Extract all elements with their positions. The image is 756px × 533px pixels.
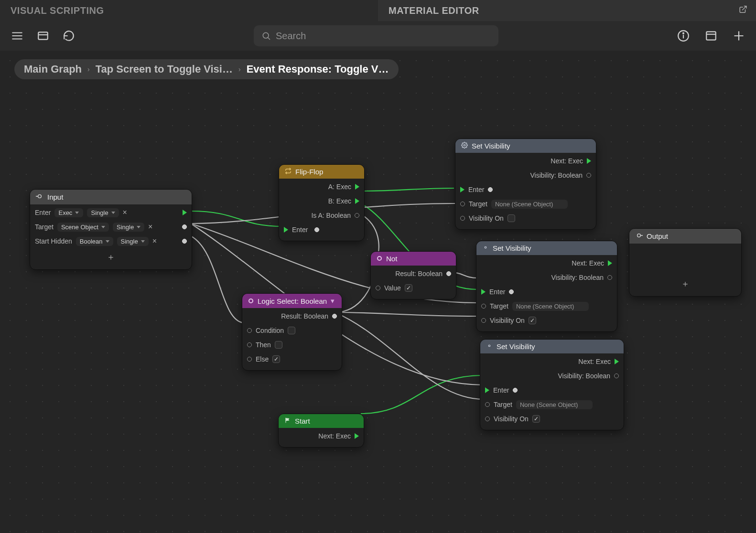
exec-out-pin[interactable] <box>608 260 612 266</box>
node-input[interactable]: Input Enter Exec Single × Target Scene O… <box>30 189 192 270</box>
data-in-pin[interactable] <box>247 357 252 362</box>
menu-icon[interactable] <box>10 28 25 43</box>
flipflop-icon <box>285 168 292 176</box>
port-label: Target <box>490 302 508 310</box>
data-out-pin[interactable] <box>446 271 451 276</box>
exec-in-pin[interactable] <box>481 289 486 295</box>
exec-in-pin[interactable] <box>284 227 288 233</box>
exec-out-pin[interactable] <box>615 359 619 364</box>
add-port-button[interactable]: ＋ <box>35 249 187 265</box>
node-title: Output <box>647 232 668 240</box>
data-indicator <box>513 388 518 393</box>
mode-dropdown[interactable]: Single <box>87 208 119 217</box>
refresh-icon[interactable] <box>61 28 76 43</box>
data-out-pin[interactable] <box>332 314 337 319</box>
checkbox[interactable] <box>275 341 282 349</box>
node-set-visibility-3[interactable]: Set Visibility Next: Exec Visibility: Bo… <box>480 339 624 430</box>
target-field[interactable]: None (Scene Object) <box>516 400 593 409</box>
target-field[interactable]: None (Scene Object) <box>512 302 589 311</box>
toolbar <box>0 21 756 51</box>
window-icon[interactable] <box>703 28 719 43</box>
breadcrumb-seg-1[interactable]: Tap Screen to Toggle Visi… <box>96 63 233 75</box>
chevron-down-icon[interactable]: ▾ <box>331 297 335 305</box>
port-label: Then <box>256 341 271 349</box>
exec-out-pin[interactable] <box>183 210 187 215</box>
node-set-visibility-2[interactable]: Set Visibility Next: Exec Visibility: Bo… <box>476 241 617 332</box>
svg-point-20 <box>485 246 486 248</box>
node-not[interactable]: Not Result: Boolean Value ✓ <box>370 251 456 299</box>
node-set-visibility-1[interactable]: Set Visibility Next: Exec Visibility: Bo… <box>455 139 596 230</box>
data-in-pin[interactable] <box>485 416 490 421</box>
svg-rect-4 <box>38 32 48 39</box>
remove-port-icon[interactable]: × <box>148 223 152 231</box>
data-in-pin[interactable] <box>460 202 465 206</box>
checkbox[interactable] <box>288 327 295 334</box>
mode-dropdown[interactable]: Single <box>117 237 149 246</box>
node-output[interactable]: Output ＋ <box>629 228 742 297</box>
exec-out-pin[interactable] <box>355 184 359 190</box>
data-in-pin[interactable] <box>247 328 252 333</box>
checkbox[interactable]: ✓ <box>405 284 412 292</box>
port-label: Enter <box>493 386 509 394</box>
checkbox[interactable] <box>508 214 515 222</box>
data-out-pin[interactable] <box>182 224 187 229</box>
type-dropdown[interactable]: Scene Object <box>57 223 109 232</box>
data-indicator <box>488 187 493 192</box>
mode-dropdown[interactable]: Single <box>113 223 144 232</box>
remove-port-icon[interactable]: × <box>123 208 127 217</box>
graph-canvas[interactable]: Main Graph › Tap Screen to Toggle Visi… … <box>0 51 756 533</box>
logic-icon <box>377 255 382 263</box>
add-icon[interactable] <box>731 28 746 43</box>
info-icon[interactable] <box>676 28 691 43</box>
node-logic-select[interactable]: Logic Select: Boolean ▾ Result: Boolean … <box>242 293 342 371</box>
port-label: Start Hidden <box>35 237 72 245</box>
tab-visual-scripting[interactable]: VISUAL SCRIPTING <box>0 0 378 21</box>
checkbox[interactable]: ✓ <box>532 415 540 423</box>
data-in-pin[interactable] <box>247 342 252 347</box>
data-in-pin[interactable] <box>460 216 465 221</box>
popout-icon[interactable] <box>739 5 747 16</box>
port-label: Visibility On <box>490 317 525 324</box>
exec-out-pin[interactable] <box>355 198 359 204</box>
target-field[interactable]: None (Scene Object) <box>491 200 568 209</box>
tab-label: VISUAL SCRIPTING <box>11 5 104 16</box>
data-indicator <box>509 289 514 294</box>
node-flipflop[interactable]: Flip-Flop A: Exec B: Exec Is A: Boolean … <box>279 164 365 241</box>
exec-in-pin[interactable] <box>485 387 489 393</box>
data-out-pin[interactable] <box>607 275 612 280</box>
port-label: Next: Exec <box>578 358 611 365</box>
node-title: Start <box>295 417 310 425</box>
svg-line-0 <box>743 6 746 10</box>
type-dropdown[interactable]: Exec <box>54 208 83 217</box>
type-dropdown[interactable]: Boolean <box>76 237 113 246</box>
data-in-pin[interactable] <box>485 402 490 407</box>
data-in-pin[interactable] <box>376 286 380 290</box>
port-label: Condition <box>256 327 284 334</box>
search-input[interactable] <box>276 31 491 42</box>
breadcrumb-seg-0[interactable]: Main Graph <box>24 63 82 75</box>
checkbox[interactable]: ✓ <box>529 317 536 324</box>
checkbox[interactable]: ✓ <box>272 355 280 363</box>
data-out-pin[interactable] <box>586 173 591 178</box>
tab-material-editor[interactable]: MATERIAL EDITOR <box>378 0 756 21</box>
data-out-pin[interactable] <box>355 213 359 218</box>
panel-icon[interactable] <box>35 28 51 43</box>
exec-out-pin[interactable] <box>587 158 591 164</box>
data-in-pin[interactable] <box>481 318 486 323</box>
chevron-right-icon: › <box>238 65 241 73</box>
node-title: Set Visibility <box>497 342 535 351</box>
exec-in-pin[interactable] <box>460 187 464 192</box>
remove-port-icon[interactable]: × <box>152 237 157 245</box>
data-indicator <box>314 227 319 232</box>
search-box[interactable] <box>254 25 498 46</box>
exec-out-pin[interactable] <box>355 433 359 439</box>
data-out-pin[interactable] <box>182 239 187 244</box>
tab-label: MATERIAL EDITOR <box>389 5 479 16</box>
add-port-button[interactable]: ＋ <box>629 276 741 291</box>
svg-point-10 <box>683 33 684 34</box>
data-out-pin[interactable] <box>614 373 619 378</box>
port-label: Result: Boolean <box>395 270 443 277</box>
data-in-pin[interactable] <box>481 304 486 309</box>
node-start[interactable]: Start Next: Exec <box>278 414 364 448</box>
flag-icon <box>284 417 291 425</box>
